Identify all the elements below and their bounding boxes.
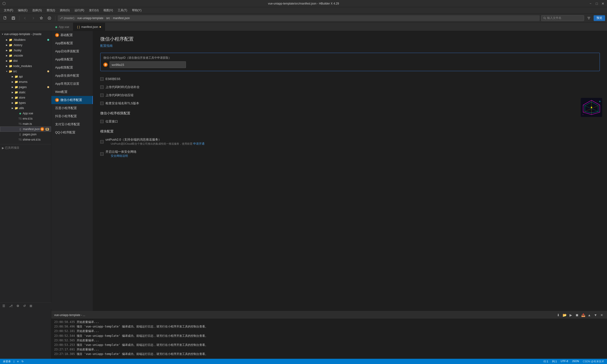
bottom-btn-export[interactable]: 📤 [581,313,585,317]
checkbox-location-box[interactable] [100,120,103,123]
nav-item-baidu[interactable]: 百度小程序配置 [51,104,93,112]
appid-input[interactable] [110,61,186,68]
tree-item-nodemodules[interactable]: ▶ 📁 node_modules [0,64,51,69]
tab-app-vue[interactable]: ◆ App.vue [51,23,73,31]
tree-item-store[interactable]: ▶ 📁 store [0,95,51,100]
tree-item-src[interactable]: ▾ 📂 src [0,69,51,74]
tree-item-types[interactable]: ▶ 📁 types [0,100,51,105]
sidebar-root[interactable]: ▾ vue-uniapp-template - (maste [0,31,51,37]
menu-select[interactable]: 选择(S) [30,8,44,13]
breadcrumb-src[interactable]: src [106,16,110,20]
left-nav-panel: ① 基础配置 App图标配置 App启动界面配置 App模块配置 App权限配置… [51,31,93,311]
tree-item-api[interactable]: ▶ 📁 api [0,74,51,79]
tree-item-history[interactable]: ▶ 📁 .history [0,42,51,48]
tree-item-static[interactable]: ▶ 📁 static [0,90,51,95]
checkbox-unipush-box[interactable] [100,140,103,143]
back-button[interactable] [22,15,28,22]
status-row[interactable]: 行:1 [543,360,548,363]
tree-item-pages[interactable]: ▶ 📁 pages [0,84,51,90]
checkbox-security-box[interactable] [100,102,103,105]
nav-item-appother[interactable]: App常用其它设置 [51,80,93,88]
menu-goto[interactable]: 跳转(G) [58,8,72,13]
tree-item-maints[interactable]: ▶ TS main.ts [0,121,51,127]
checkbox-autostyle-box[interactable] [100,85,103,89]
tree-item-husky[interactable]: ▶ 📁 .husky [0,48,51,53]
tree-item-enums[interactable]: ▶ 📁 enums [0,79,51,84]
bottom-btn-close[interactable]: ✕ [599,313,604,317]
nav-item-applaunch[interactable]: App启动界面配置 [51,47,93,55]
file-search-box[interactable]: 输入文件名 [541,15,584,21]
forward-button[interactable] [30,15,37,22]
filter-button[interactable] [585,15,592,22]
unipush-link[interactable]: 申请开通 [193,142,205,145]
status-login[interactable]: 未登录 [3,360,11,363]
closed-projects-section[interactable]: ▶ 已关闭项目 [0,144,51,151]
bottom-btn-newfolder[interactable]: 📂 [562,313,567,317]
menu-help[interactable]: 帮助(Y) [130,8,143,13]
preview-button[interactable]: 预览 [594,15,605,21]
tree-item-vscode[interactable]: ▶ 📁 .vscode [0,53,51,58]
menu-publish[interactable]: 发行(U) [87,8,101,13]
config-title: 微信小程序配置 [100,36,600,42]
bottom-btn-down[interactable]: ⬇ [556,313,561,317]
menu-file[interactable]: 文件(F) [2,8,15,13]
tree-arrow-store: ▶ [11,96,14,100]
nav-item-qq[interactable]: QQ小程序配置 [51,129,93,137]
nav-item-appperm[interactable]: App权限配置 [51,64,93,72]
tree-label-pages: pages [19,85,46,89]
nav-item-appmodule[interactable]: App模块配置 [51,55,93,64]
sidebar-icon-extensions[interactable]: ⊞ [30,304,32,308]
nav-item-appicon[interactable]: App图标配置 [51,39,93,47]
file-icon-appvue: ◆ [18,111,22,115]
tree-item-dist[interactable]: ▶ 📁 dist [0,58,51,64]
tab-manifest-json[interactable]: { } manifest.json [73,23,105,31]
tree-arrow-history: ▶ [5,43,9,47]
menu-run[interactable]: 运行(R) [73,8,86,13]
close-button[interactable]: ✕ [601,2,605,5]
tree-item-shimeid[interactable]: ▶ TS shime-uni.d.ts [0,137,51,142]
tree-item-hbuilderx[interactable]: ▶ 📁 .hbuilderx [0,37,51,42]
tree-label-dist: dist [13,59,49,63]
save-button[interactable] [10,15,17,22]
status-encoding[interactable]: UTF-8 [561,360,568,363]
sidebar-icon-run[interactable]: ↺ [23,304,26,308]
run-button[interactable] [46,15,53,22]
config-link[interactable]: 配置指南 [100,44,113,48]
menu-find[interactable]: 查找(I) [45,8,57,13]
tree-item-manifestjson[interactable]: ▶ {} manifest.json ① M [0,127,51,132]
breadcrumb-project[interactable]: vue-uniapp-template [77,16,103,20]
nav-item-web[interactable]: Web配置 [51,88,93,96]
bottom-btn-play[interactable]: ▶ [568,313,573,317]
nav-item-basic[interactable]: ① 基础配置 [51,31,93,39]
tree-item-appvue[interactable]: ▶ ◆ App.vue [0,111,51,116]
nav-item-wechat[interactable]: ② 微信小程序配置 [51,96,93,104]
new-file-button[interactable] [2,15,9,22]
tree-item-pagesjson[interactable]: ▶ {} pages.json [0,132,51,137]
minimize-button[interactable]: － [589,2,592,5]
checkbox-cloudnet-box[interactable] [100,152,103,156]
svg-point-5 [544,17,545,19]
checkbox-es6-box[interactable] [100,77,103,81]
breadcrumb-branch: (master) [64,16,75,20]
menu-edit[interactable]: 编辑(E) [16,8,29,13]
star-button[interactable] [38,15,45,22]
bottom-btn-stop[interactable]: ⏹ [575,313,579,317]
bottom-btn-up[interactable]: ▲ [587,313,592,317]
cloudnet-link[interactable]: 安全网络说明 [111,154,128,157]
status-col[interactable]: 列:1 [552,360,557,363]
sidebar-icon-explorer[interactable]: ☰ [2,304,5,308]
nav-item-alipay[interactable]: 支付宝小程序配置 [51,120,93,129]
menu-view[interactable]: 视图(V) [102,8,115,13]
breadcrumb-file[interactable]: manifest.json [113,16,130,20]
checkbox-compress-box[interactable] [100,93,103,97]
sidebar-icon-git[interactable]: ⎇ [9,304,13,308]
menu-tools[interactable]: 工具(T) [116,8,129,13]
maximize-button[interactable]: □ [595,2,598,5]
tree-item-envdts[interactable]: ▶ TS env.d.ts [0,116,51,121]
status-filetype[interactable]: JSON [572,360,579,363]
tree-item-utils[interactable]: ▶ 📁 utils [0,105,51,111]
bottom-btn-collapse[interactable]: ▼ [593,313,598,317]
sidebar-icon-search[interactable]: ⚙ [16,304,19,308]
nav-item-appnative[interactable]: App原生插件配置 [51,72,93,80]
nav-item-douyin[interactable]: 抖音小程序配置 [51,112,93,120]
